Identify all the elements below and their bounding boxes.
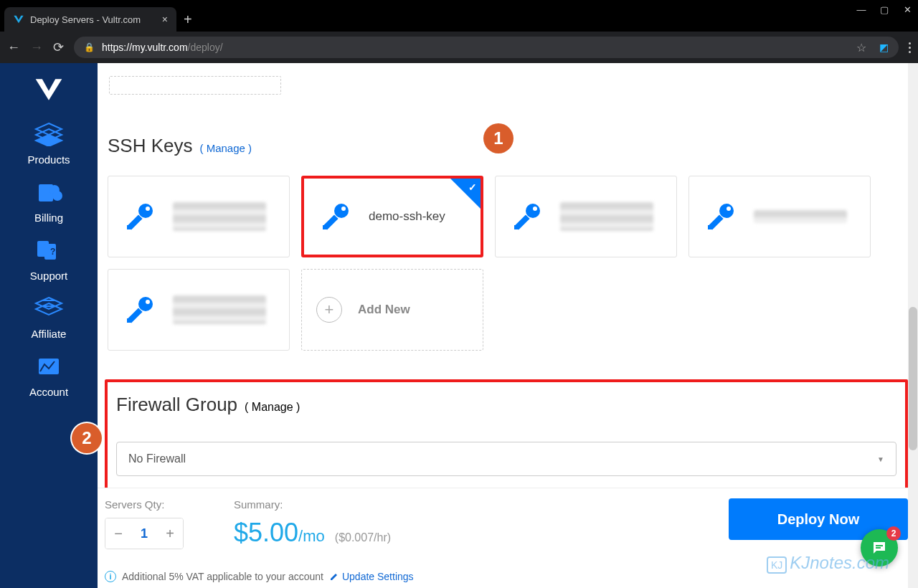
- chat-icon: [871, 539, 888, 556]
- sidebar-label: Billing: [34, 212, 63, 224]
- svg-point-23: [533, 207, 537, 211]
- firewall-group-select[interactable]: No Firewall ▼: [116, 442, 896, 476]
- svg-point-19: [341, 207, 346, 211]
- section-title: SSH Keys: [108, 135, 193, 157]
- address-bar[interactable]: 🔒 https://my.vultr.com/deploy/ ☆ ◩: [74, 37, 899, 58]
- vultr-logo-icon[interactable]: [33, 77, 65, 102]
- tab-title: Deploy Servers - Vultr.com: [30, 14, 141, 25]
- ssh-keys-grid: demo-ssh-key +: [108, 176, 908, 351]
- svg-point-30: [138, 297, 153, 311]
- url-host: https://my.vultr.com: [102, 42, 188, 53]
- ssh-key-name: demo-ssh-key: [369, 209, 445, 224]
- svg-point-22: [526, 204, 540, 218]
- key-icon: [318, 199, 353, 234]
- chat-widget-button[interactable]: 2: [861, 529, 898, 566]
- vat-note: Additional 5% VAT applicable to your acc…: [122, 571, 323, 582]
- sidebar-item-account[interactable]: Account: [29, 353, 68, 398]
- content-area: SSH Keys ( Manage ) demo-ssh-key: [98, 63, 918, 588]
- page: Products Billing ? Support Affiliate Acc…: [0, 63, 918, 588]
- svg-point-18: [334, 204, 349, 218]
- vultr-favicon-icon: [13, 14, 24, 25]
- new-tab-button[interactable]: +: [184, 11, 192, 28]
- add-new-label: Add New: [358, 303, 410, 317]
- bookmark-star-icon[interactable]: ☆: [856, 41, 866, 54]
- billing-icon: [32, 179, 65, 206]
- summary-label: Summary:: [234, 498, 391, 511]
- plus-icon: +: [316, 297, 342, 323]
- price-period: /mo: [298, 527, 325, 545]
- manage-ssh-keys-link[interactable]: ( Manage ): [200, 142, 252, 154]
- qty-value: 1: [131, 526, 157, 541]
- ssh-key-card[interactable]: [688, 176, 871, 257]
- minimize-icon[interactable]: —: [856, 4, 866, 15]
- info-icon: i: [105, 571, 116, 582]
- pencil-icon: [329, 572, 339, 582]
- qty-label: Servers Qty:: [105, 498, 184, 511]
- svg-rect-35: [876, 547, 881, 549]
- qty-increment-button[interactable]: +: [157, 518, 183, 549]
- masked-key-name: [560, 202, 653, 231]
- svg-rect-21: [323, 225, 327, 229]
- scroll-thumb[interactable]: [909, 307, 917, 450]
- sidebar-item-affiliate[interactable]: Affiliate: [32, 295, 67, 340]
- svg-point-14: [138, 204, 153, 218]
- browser-navbar: ← → ⟳ 🔒 https://my.vultr.com/deploy/ ☆ ◩: [0, 32, 918, 63]
- section-title: Firewall Group: [116, 394, 237, 416]
- chat-badge: 2: [886, 526, 901, 541]
- firewall-selected-value: No Firewall: [128, 452, 186, 465]
- key-icon: [123, 199, 157, 234]
- svg-text:?: ?: [50, 247, 55, 257]
- svg-rect-29: [708, 225, 712, 229]
- svg-rect-34: [876, 545, 883, 546]
- masked-key-name: [173, 202, 266, 231]
- sidebar-item-billing[interactable]: Billing: [32, 179, 65, 224]
- svg-point-26: [719, 204, 734, 218]
- svg-rect-33: [127, 318, 131, 323]
- sidebar-label: Products: [27, 153, 70, 166]
- sidebar-item-support[interactable]: ? Support: [30, 237, 68, 282]
- qty-decrement-button[interactable]: −: [105, 518, 131, 549]
- close-window-icon[interactable]: ✕: [902, 4, 912, 15]
- svg-point-27: [727, 207, 731, 211]
- ssh-key-card[interactable]: [495, 176, 677, 257]
- update-settings-link[interactable]: Update Settings: [329, 571, 414, 582]
- quantity-stepper[interactable]: − 1 +: [105, 518, 184, 549]
- extension-icon[interactable]: ◩: [879, 42, 889, 53]
- browser-tab[interactable]: Deploy Servers - Vultr.com ×: [4, 7, 176, 32]
- maximize-icon[interactable]: ▢: [879, 4, 889, 15]
- support-icon: ?: [32, 237, 65, 264]
- manage-firewall-link[interactable]: ( Manage ): [245, 401, 300, 414]
- scrollbar[interactable]: [908, 63, 918, 588]
- price-hourly: ($0.007/hr): [335, 531, 391, 544]
- svg-rect-25: [514, 225, 519, 229]
- svg-point-31: [146, 300, 150, 304]
- sidebar-label: Affiliate: [32, 328, 67, 340]
- close-tab-icon[interactable]: ×: [162, 14, 168, 25]
- add-ssh-key-button[interactable]: + Add New: [301, 269, 483, 351]
- window-controls: — ▢ ✕: [856, 4, 912, 15]
- sidebar-label: Support: [30, 270, 68, 282]
- products-icon: [32, 120, 65, 148]
- browser-menu-icon[interactable]: [909, 42, 911, 53]
- ssh-key-card[interactable]: [108, 269, 290, 351]
- svg-rect-13: [39, 359, 59, 374]
- previous-section-placeholder: [109, 76, 281, 95]
- back-icon[interactable]: ←: [7, 40, 20, 55]
- account-icon: [32, 353, 65, 380]
- sidebar-item-products[interactable]: Products: [27, 120, 70, 166]
- browser-titlebar: Deploy Servers - Vultr.com × + — ▢ ✕: [0, 0, 918, 32]
- masked-key-name: [173, 295, 266, 324]
- reload-icon[interactable]: ⟳: [53, 39, 64, 55]
- firewall-group-section: Firewall Group ( Manage ) No Firewall ▼: [105, 379, 908, 498]
- chevron-down-icon: ▼: [877, 455, 884, 463]
- lock-icon: 🔒: [84, 42, 95, 52]
- masked-key-name: [754, 210, 847, 223]
- key-icon: [510, 199, 544, 234]
- ssh-key-card[interactable]: [108, 176, 290, 257]
- sidebar: Products Billing ? Support Affiliate Acc…: [0, 63, 98, 588]
- svg-point-15: [146, 207, 150, 211]
- price-display: $5.00/mo ($0.007/hr): [234, 518, 391, 548]
- ssh-key-card-selected[interactable]: demo-ssh-key: [301, 176, 483, 257]
- affiliate-icon: [32, 295, 65, 322]
- sidebar-label: Account: [29, 386, 68, 398]
